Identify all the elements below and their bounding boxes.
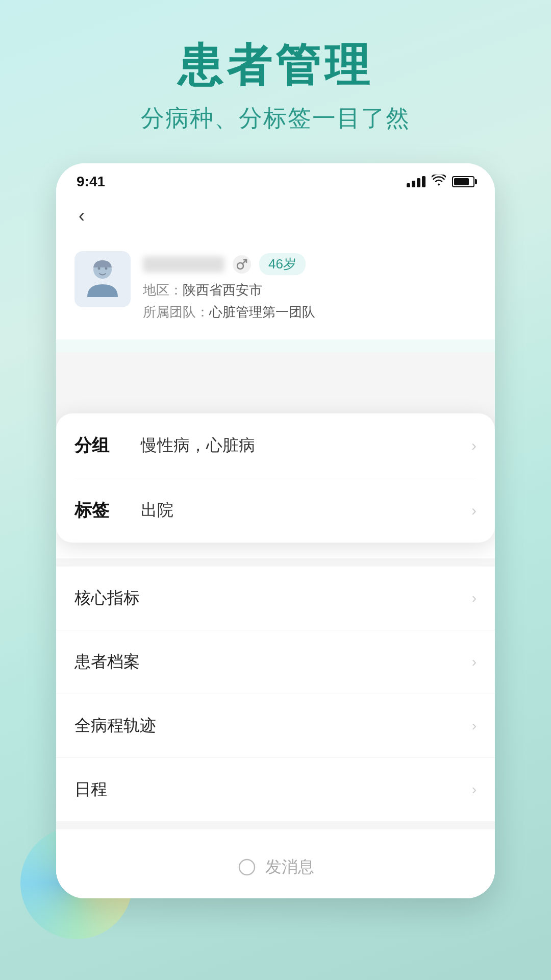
send-message-label: 发消息: [265, 856, 314, 878]
patient-name-blur: [143, 256, 224, 273]
battery-icon: [452, 176, 474, 187]
tag-label: 标签: [74, 499, 131, 522]
patient-team: 所属团队：心脏管理第一团队: [143, 303, 477, 321]
group-label: 分组: [74, 434, 131, 457]
tag-arrow: ›: [471, 502, 477, 519]
menu-group-main: 核心指标 › 患者档案 › 全病程轨迹 › 日程 ›: [56, 567, 495, 821]
page-header: 患者管理 分病种、分标签一目了然: [0, 0, 551, 134]
patient-region: 地区：陕西省西安市: [143, 281, 477, 299]
svg-point-2: [105, 267, 108, 270]
page-title-main: 患者管理: [0, 41, 551, 90]
action-send-message[interactable]: 发消息: [56, 842, 495, 893]
status-time: 9:41: [77, 174, 105, 190]
action-send-treatment[interactable]: 发治疗方案: [56, 893, 495, 898]
action-section: 发消息 发治疗方案: [56, 829, 495, 898]
menu-item-schedule[interactable]: 日程 ›: [56, 758, 495, 821]
patient-avatar: [74, 251, 131, 307]
tag-value: 出院: [131, 499, 471, 522]
patient-info: 46岁 地区：陕西省西安市 所属团队：心脏管理第一团队: [143, 251, 477, 325]
status-bar: 9:41: [56, 163, 495, 195]
message-icon: [237, 857, 257, 877]
group-row[interactable]: 分组 慢性病，心脏病 ›: [74, 413, 477, 478]
menu-item-core-metrics[interactable]: 核心指标 ›: [56, 567, 495, 630]
page-title-sub: 分病种、分标签一目了然: [0, 103, 551, 134]
group-arrow: ›: [471, 437, 477, 454]
patient-gender-icon: [233, 255, 251, 274]
nav-bar: ‹: [56, 195, 495, 239]
phone-mockup: 9:41: [56, 163, 495, 898]
wifi-icon: [432, 175, 446, 189]
svg-point-1: [98, 267, 101, 270]
patient-name-row: 46岁: [143, 253, 477, 275]
menu-item-full-trace[interactable]: 全病程轨迹 ›: [56, 694, 495, 758]
patient-card: 46岁 地区：陕西省西安市 所属团队：心脏管理第一团队: [56, 239, 495, 339]
group-value: 慢性病，心脏病: [131, 434, 471, 457]
phone-top-section: 9:41: [56, 163, 495, 339]
back-button[interactable]: ‹: [74, 203, 89, 229]
tag-row[interactable]: 标签 出院 ›: [74, 478, 477, 543]
status-icons: [407, 175, 474, 189]
menu-item-patient-file[interactable]: 患者档案 ›: [56, 630, 495, 694]
overlay-card: 分组 慢性病，心脏病 › 标签 出院 ›: [56, 413, 495, 543]
svg-point-5: [239, 860, 255, 875]
signal-icon: [407, 176, 425, 187]
patient-age-badge: 46岁: [259, 253, 306, 275]
